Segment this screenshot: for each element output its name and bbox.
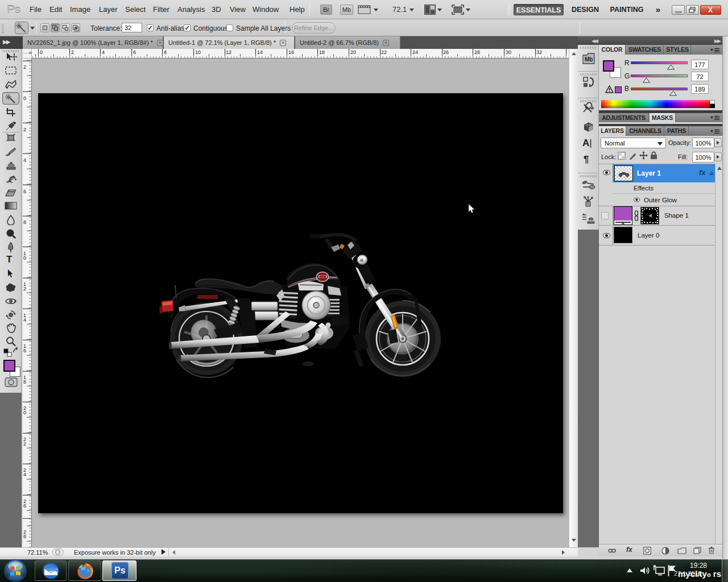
svg-text:Mb: Mb	[585, 56, 593, 63]
